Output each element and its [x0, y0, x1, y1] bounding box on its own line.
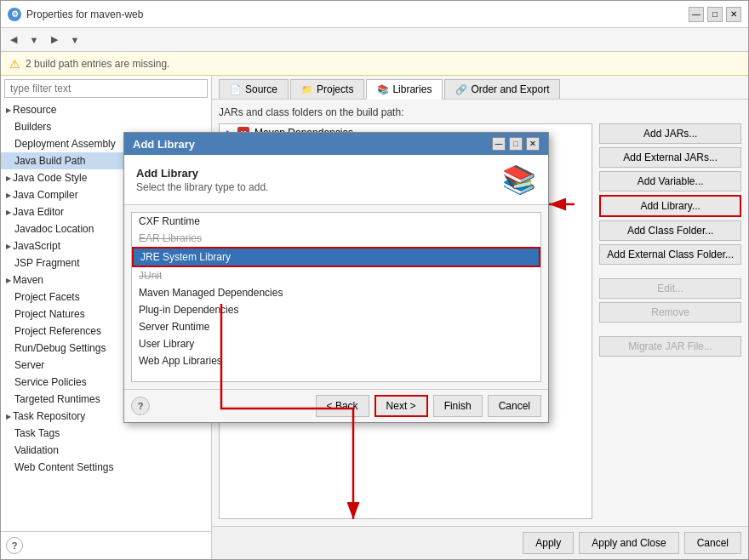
remove-button[interactable]: Remove	[599, 302, 741, 323]
sidebar-item-label: Validation	[14, 444, 59, 456]
toolbar: ◀ ▼ ▶ ▼	[1, 28, 748, 52]
dialog-list-item-ear[interactable]: EAR Libraries	[132, 230, 540, 247]
dialog-bottom-left: ?	[131, 395, 150, 417]
add-library-button[interactable]: Add Library...	[599, 195, 741, 217]
arrow-icon: ▶	[6, 277, 11, 284]
sidebar-item-label: Project Facets	[14, 291, 80, 303]
dialog-next-button[interactable]: Next >	[374, 395, 428, 417]
tab-label: Source	[245, 83, 277, 95]
help-button[interactable]: ?	[6, 537, 23, 554]
sidebar-item-label: Project Natures	[14, 308, 85, 320]
tab-source[interactable]: 📄 Source	[219, 79, 289, 99]
cancel-button[interactable]: Cancel	[684, 532, 741, 554]
dialog-header: Add Library Select the library type to a…	[124, 155, 548, 205]
arrow-icon: ▶	[6, 191, 11, 199]
tab-bar: 📄 Source 📁 Projects 📚 Libraries 🔗 Order …	[212, 76, 748, 100]
arrow-icon: ▶	[6, 209, 11, 216]
warning-bar: ⚠ 2 build path entries are missing.	[1, 52, 748, 76]
dialog-list-item-cxf[interactable]: CXF Runtime	[132, 213, 540, 230]
apply-close-button[interactable]: Apply and Close	[579, 532, 678, 554]
dropdown-forward-button[interactable]: ▼	[66, 31, 84, 49]
dialog-list-item-plugin-deps[interactable]: Plug-in Dependencies	[132, 301, 540, 318]
add-external-class-folder-button[interactable]: Add External Class Folder...	[599, 244, 741, 265]
dropdown-back-button[interactable]: ▼	[25, 31, 43, 49]
dialog-back-button[interactable]: < Back	[316, 395, 369, 417]
dialog-list-item-maven-managed[interactable]: Maven Managed Dependencies	[132, 284, 540, 301]
dialog-list[interactable]: CXF Runtime EAR Libraries JRE System Lib…	[131, 212, 541, 382]
sidebar-item-label: Java Code Style	[13, 172, 87, 184]
title-bar-left: ⚙ Properties for maven-web	[8, 8, 143, 21]
dialog-list-item-jre[interactable]: JRE System Library	[132, 247, 540, 267]
dialog-list-item-web-app[interactable]: Web App Libraries	[132, 352, 540, 369]
maximize-button[interactable]: □	[707, 7, 723, 22]
dialog-close-button[interactable]: ✕	[526, 137, 540, 151]
sidebar-item-validation[interactable]: Validation	[1, 442, 211, 459]
dialog-finish-button[interactable]: Finish	[433, 395, 483, 417]
arrow-icon: ▶	[6, 413, 11, 420]
dialog-header-text: Add Library Select the library type to a…	[136, 167, 268, 193]
sidebar-item-task-tags[interactable]: Task Tags	[1, 425, 211, 442]
add-variable-button[interactable]: Add Variable...	[599, 171, 741, 191]
dialog-minimize-button[interactable]: —	[492, 137, 506, 151]
apply-button[interactable]: Apply	[523, 532, 574, 554]
dialog-list-item-user-library[interactable]: User Library	[132, 335, 540, 352]
libraries-tab-icon: 📚	[377, 84, 389, 95]
close-button[interactable]: ✕	[726, 7, 741, 22]
sidebar-item-resource[interactable]: ▶ Resource	[1, 101, 211, 118]
sidebar-item-label: Server	[14, 359, 44, 371]
dialog-title: Add Library	[133, 138, 195, 151]
back-button[interactable]: ◀	[4, 31, 23, 49]
app-icon: ⚙	[8, 8, 21, 21]
sidebar-item-label: Task Repository	[13, 410, 85, 422]
dialog-bottom-right: < Back Next > Finish Cancel	[316, 395, 541, 417]
sidebar-item-label: Project References	[14, 325, 101, 337]
add-external-jars-button[interactable]: Add External JARs...	[599, 147, 741, 168]
forward-button[interactable]: ▶	[45, 31, 64, 49]
dialog-list-item-server-runtime[interactable]: Server Runtime	[132, 318, 540, 335]
title-bar: ⚙ Properties for maven-web — □ ✕	[1, 1, 748, 28]
dialog-cancel-button[interactable]: Cancel	[488, 395, 541, 417]
source-tab-icon: 📄	[230, 84, 242, 95]
add-jars-button[interactable]: Add JARs...	[599, 123, 741, 144]
dialog-maximize-button[interactable]: □	[509, 137, 523, 151]
sidebar-item-web-content-settings[interactable]: Web Content Settings	[1, 459, 211, 476]
minimize-button[interactable]: —	[689, 7, 704, 22]
sidebar-item-label: Javadoc Location	[14, 223, 94, 235]
dialog-header-title: Add Library	[136, 167, 268, 180]
tab-label: Libraries	[392, 83, 432, 95]
button-separator-2	[599, 326, 741, 333]
sidebar-item-label: Resource	[13, 104, 56, 116]
sidebar-item-label: Java Editor	[13, 206, 64, 218]
arrow-icon: ▶	[6, 174, 11, 182]
tab-order-export[interactable]: 🔗 Order and Export	[444, 79, 560, 99]
dialog-help-button[interactable]: ?	[131, 397, 150, 415]
tab-label: Projects	[317, 83, 353, 95]
dialog-list-item-junit[interactable]: JUnit	[132, 267, 540, 284]
sidebar-item-label: JSP Fragment	[14, 257, 79, 269]
arrow-icon: ▶	[6, 243, 11, 250]
arrow-icon: ▶	[6, 106, 11, 114]
filter-input[interactable]	[4, 79, 208, 98]
bottom-row: Apply Apply and Close Cancel	[212, 526, 748, 559]
dialog-title-bar: Add Library — □ ✕	[124, 133, 548, 155]
tab-projects[interactable]: 📁 Projects	[290, 79, 364, 99]
warning-text: 2 build path entries are missing.	[26, 58, 169, 70]
order-export-tab-icon: 🔗	[455, 84, 467, 95]
button-separator	[599, 268, 741, 275]
dialog-title-controls: — □ ✕	[492, 137, 540, 151]
migrate-jar-button[interactable]: Migrate JAR File...	[599, 336, 741, 357]
sidebar-item-label: Web Content Settings	[14, 461, 114, 473]
sidebar-item-label: Deployment Assembly	[14, 138, 116, 150]
edit-button[interactable]: Edit...	[599, 278, 741, 299]
sidebar-item-label: Service Policies	[14, 376, 87, 388]
add-library-dialog: Add Library — □ ✕ Add Library Select the…	[123, 132, 549, 423]
add-class-folder-button[interactable]: Add Class Folder...	[599, 220, 741, 241]
window-title: Properties for maven-web	[26, 9, 143, 20]
sidebar-item-label: Task Tags	[14, 427, 60, 439]
tab-libraries[interactable]: 📚 Libraries	[366, 79, 443, 100]
right-buttons-panel: Add JARs... Add External JARs... Add Var…	[592, 123, 741, 519]
dialog-header-subtitle: Select the library type to add.	[136, 181, 268, 193]
sidebar-item-label: Run/Debug Settings	[14, 342, 106, 354]
tab-label: Order and Export	[471, 83, 549, 95]
sidebar-item-label: Java Compiler	[13, 189, 78, 201]
